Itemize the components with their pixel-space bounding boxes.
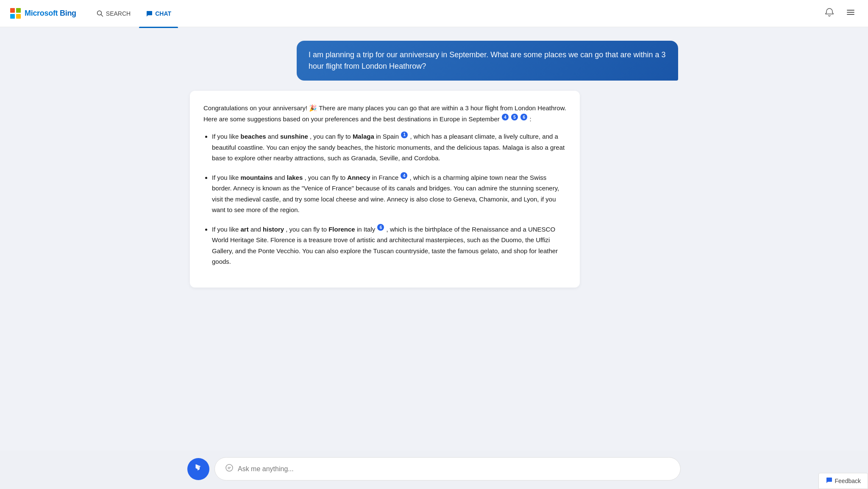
item3-dest-suffix: in Italy bbox=[357, 226, 375, 233]
search-input[interactable] bbox=[238, 465, 670, 473]
list-item-annecy: If you like mountains and lakes , you ca… bbox=[212, 172, 566, 215]
item2-dest: Annecy bbox=[347, 174, 370, 181]
bing-button[interactable] bbox=[187, 458, 209, 480]
cite-1[interactable]: 1 bbox=[401, 131, 408, 138]
logo-sq-red bbox=[10, 8, 15, 13]
cite-4b[interactable]: 4 bbox=[401, 172, 407, 179]
header-right bbox=[822, 5, 858, 22]
list-item-florence: If you like art and history , you can fl… bbox=[212, 224, 566, 267]
logo-sq-green bbox=[16, 8, 21, 13]
logo[interactable]: Microsoft Bing bbox=[10, 8, 76, 19]
cite-6b[interactable]: 6 bbox=[377, 224, 384, 231]
cite-5[interactable]: 5 bbox=[511, 114, 518, 120]
nav-item-chat[interactable]: CHAT bbox=[139, 7, 178, 20]
svg-line-1 bbox=[101, 14, 103, 16]
logo-sq-blue bbox=[10, 14, 15, 19]
item2-dest-suffix: in France bbox=[372, 174, 399, 181]
item3-bold1: art bbox=[241, 226, 249, 233]
svg-point-5 bbox=[226, 464, 233, 471]
main-content: I am planning a trip for our anniversary… bbox=[180, 27, 688, 489]
input-field[interactable] bbox=[214, 457, 681, 481]
main-nav: SEARCH CHAT bbox=[90, 7, 178, 20]
nav-item-search[interactable]: SEARCH bbox=[90, 7, 137, 20]
ai-suggestion-list: If you like beaches and sunshine , you c… bbox=[203, 131, 566, 267]
item1-bold2: sunshine bbox=[280, 133, 308, 140]
header: Microsoft Bing SEARCH CHAT bbox=[0, 0, 868, 27]
item1-bold1: beaches bbox=[241, 133, 266, 140]
nav-chat-label: CHAT bbox=[155, 10, 171, 17]
ai-intro-text: Congratulations on your anniversary! 🎉 T… bbox=[203, 104, 566, 123]
list-item-malaga: If you like beaches and sunshine , you c… bbox=[212, 131, 566, 164]
ai-response: Congratulations on your anniversary! 🎉 T… bbox=[190, 91, 580, 288]
item3-prefix: If you like bbox=[212, 226, 241, 233]
search-icon bbox=[97, 10, 103, 17]
feedback-button[interactable]: Feedback bbox=[818, 473, 868, 489]
input-bar-container bbox=[0, 450, 868, 489]
item2-mid2: , you can fly to bbox=[304, 174, 347, 181]
item1-dest-suffix: in Spain bbox=[376, 133, 399, 140]
item2-mid1: and bbox=[275, 174, 287, 181]
item2-bold1: mountains bbox=[241, 174, 273, 181]
logo-text: Microsoft Bing bbox=[25, 9, 76, 18]
nav-search-label: SEARCH bbox=[106, 10, 131, 17]
logo-sq-yellow bbox=[16, 14, 21, 19]
user-message-container: I am planning a trip for our anniversary… bbox=[190, 41, 678, 81]
bing-logo-icon bbox=[193, 463, 203, 475]
item1-mid1: and bbox=[268, 133, 280, 140]
cite-6a[interactable]: 6 bbox=[520, 114, 527, 120]
chat-icon bbox=[146, 10, 153, 17]
bell-icon bbox=[825, 8, 834, 19]
item3-dest: Florence bbox=[328, 226, 355, 233]
feedback-icon bbox=[826, 477, 832, 485]
cite-4[interactable]: 4 bbox=[502, 114, 509, 120]
user-message-text: I am planning a trip for our anniversary… bbox=[309, 50, 665, 70]
ai-intro-paragraph: Congratulations on your anniversary! 🎉 T… bbox=[203, 103, 566, 124]
item2-bold2: lakes bbox=[287, 174, 303, 181]
item3-mid1: and bbox=[250, 226, 263, 233]
item1-prefix: If you like bbox=[212, 133, 241, 140]
item1-dest: Malaga bbox=[353, 133, 374, 140]
feedback-label: Feedback bbox=[835, 478, 861, 484]
ai-intro-colon: : bbox=[529, 115, 531, 123]
item2-prefix: If you like bbox=[212, 174, 241, 181]
logo-squares bbox=[10, 8, 21, 19]
input-chat-icon bbox=[225, 464, 234, 474]
item1-mid2: , you can fly to bbox=[310, 133, 353, 140]
menu-button[interactable] bbox=[843, 5, 858, 22]
notification-button[interactable] bbox=[822, 5, 837, 22]
item3-bold2: history bbox=[263, 226, 284, 233]
user-message-bubble: I am planning a trip for our anniversary… bbox=[297, 41, 678, 81]
item3-mid2: , you can fly to bbox=[286, 226, 328, 233]
hamburger-icon bbox=[846, 8, 855, 19]
